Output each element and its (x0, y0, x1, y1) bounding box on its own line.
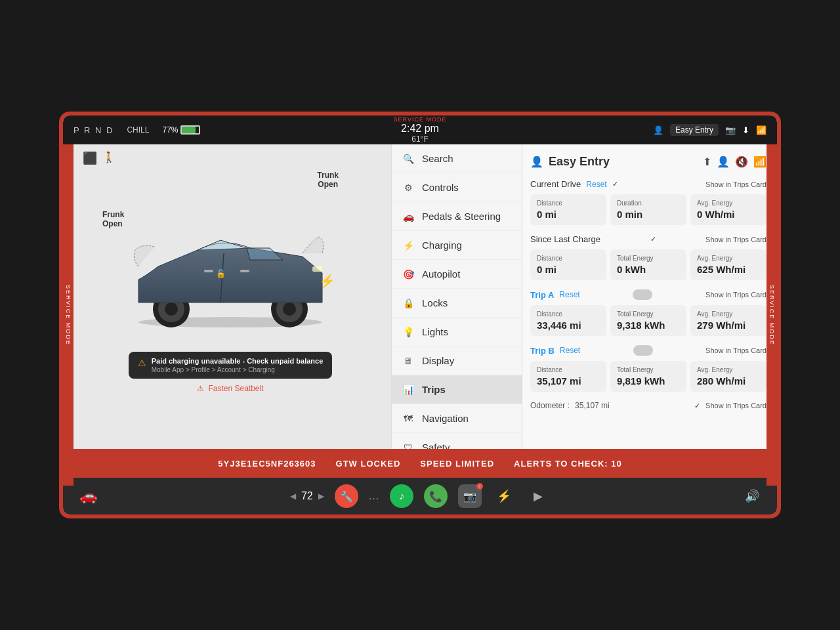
controls-icon: ⚙ (402, 182, 414, 193)
taskbar: 🚗 ◀ 72 ▶ 🔧 ... ♪ 📞 📷 ! ⚡ ▶ 🔊 (63, 478, 777, 514)
stat-card: Distance 35,107 mi (530, 361, 606, 392)
menu-item-lights[interactable]: 💡 Lights (392, 318, 522, 346)
stat-label: Total Energy (617, 366, 680, 373)
warning-icon: ⚠ (138, 358, 146, 368)
stat-value: 0 Wh/mi (697, 209, 760, 220)
menu-item-display[interactable]: 🖥 Display (392, 346, 522, 375)
stat-card: Avg. Energy 625 Wh/mi (690, 249, 766, 280)
safety-icon: 🛡 (402, 442, 414, 450)
stat-value: 0 mi (537, 209, 600, 220)
temp-up-arrow[interactable]: ▶ (318, 492, 324, 501)
current-drive-header: Current Drive Reset ✓ Show in Trips Card (530, 179, 766, 189)
warning-title: Paid charging unavailable - Check unpaid… (152, 357, 324, 365)
trip-a-toggle[interactable] (633, 289, 652, 300)
car-taskbar-icon[interactable]: 🚗 (76, 484, 100, 508)
stat-card: Duration 0 min (610, 194, 686, 225)
menu-label-lights: Lights (422, 326, 448, 337)
menu-label-trips: Trips (422, 384, 446, 395)
dots-menu[interactable]: ... (369, 490, 379, 502)
media-taskbar-icon[interactable]: ▶ (526, 484, 550, 508)
menu-label-navigation: Navigation (422, 413, 469, 424)
temp-value: 72 (301, 490, 313, 502)
stat-card: Distance 0 mi (530, 249, 606, 280)
stat-value: 0 min (617, 209, 680, 220)
menu-item-safety[interactable]: 🛡 Safety (392, 433, 522, 449)
taskbar-right: 🔊 (740, 484, 764, 508)
notification-dot: ! (476, 483, 483, 490)
detail-icon-2: 👤 (717, 156, 730, 168)
trips-icon: 📊 (402, 385, 414, 395)
trip-a-label: Trip A (530, 290, 554, 300)
trip-b-reset[interactable]: Reset (560, 346, 580, 355)
battery-fill (182, 127, 195, 133)
camera-taskbar-icon[interactable]: 📷 ! (458, 484, 482, 508)
temp-down-arrow[interactable]: ◀ (290, 492, 296, 501)
seatbelt-warning: ⚠ Fasten Seatbelt (197, 384, 263, 393)
taskbar-left: 🚗 (76, 484, 100, 508)
svg-rect-9 (204, 270, 213, 272)
left-panel: ⬛ 🚶 Trunk Open Frunk Open (63, 144, 391, 449)
stat-value: 280 Wh/mi (697, 375, 760, 387)
menu-item-pedals[interactable]: 🚗 Pedals & Steering (392, 202, 522, 231)
menu-item-trips[interactable]: 📊 Trips (392, 375, 522, 404)
status-bar-right: 👤 Easy Entry 📷 ⬇ 📶 (653, 124, 766, 136)
stat-label: Distance (537, 200, 600, 207)
stat-card: Avg. Energy 280 Wh/mi (690, 361, 766, 392)
trip-b-header: Trip B Reset Show in Trips Card (530, 345, 766, 356)
current-drive-label: Current Drive (530, 179, 581, 189)
menu-item-controls[interactable]: ⚙ Controls (392, 173, 522, 202)
bluetooth-taskbar-icon[interactable]: ⚡ (492, 484, 516, 508)
stat-label: Total Energy (617, 310, 680, 318)
autopilot-icon: 🎯 (402, 269, 414, 280)
trip-b-label: Trip B (530, 346, 555, 356)
trip-b-show-trips: Show in Trips Card (705, 346, 766, 354)
trip-a-reset[interactable]: Reset (559, 290, 579, 299)
battery-bar (180, 125, 200, 135)
menu-label-safety: Safety (422, 442, 450, 449)
odometer-value: 35,107 mi (575, 401, 610, 410)
trip-b-section: Trip B Reset Show in Trips Card Distance… (530, 345, 766, 392)
menu-item-navigation[interactable]: 🗺 Navigation (392, 404, 522, 433)
detail-icon-3: 🔇 (735, 156, 748, 168)
seatbelt-icon: ⚠ (197, 384, 204, 393)
warning-sub: Mobile App > Profile > Account > Chargin… (152, 366, 324, 373)
current-drive-checkmark: ✓ (612, 180, 618, 188)
warning-text: Paid charging unavailable - Check unpaid… (152, 357, 324, 373)
stat-card: Avg. Energy 279 Wh/mi (690, 305, 766, 336)
trip-a-section: Trip A Reset Show in Trips Card Distance… (530, 289, 766, 336)
menu-item-charging[interactable]: ⚡ Charging (392, 231, 522, 260)
camera-icon: 📷 (725, 125, 736, 135)
stat-label: Duration (617, 200, 680, 207)
stat-value: 35,107 mi (537, 375, 600, 387)
stat-value: 279 Wh/mi (697, 320, 760, 331)
stat-label: Distance (537, 366, 600, 373)
status-bar-left: P R N D CHILL 77% (74, 125, 200, 135)
trip-a-show-trips: Show in Trips Card (705, 291, 766, 299)
clock: 2:42 pm (401, 123, 439, 135)
wrench-taskbar-icon[interactable]: 🔧 (335, 484, 358, 508)
stat-label: Avg. Energy (697, 366, 760, 373)
svg-rect-8 (312, 266, 322, 272)
trip-b-toggle[interactable] (633, 345, 653, 356)
since-last-charge-header: Since Last Charge ✓ Show in Trips Card (530, 234, 766, 244)
since-last-charge-label: Since Last Charge (530, 234, 600, 244)
service-mode-left-label: SERVICE MODE (63, 144, 74, 486)
menu-item-autopilot[interactable]: 🎯 Autopilot (392, 260, 522, 289)
detail-person-icon: 👤 (530, 156, 543, 168)
battery-pct: 77% (162, 125, 178, 135)
detail-icons: ⬆ 👤 🔇 📶 (703, 156, 766, 168)
phone-taskbar-icon[interactable]: 📞 (424, 484, 448, 508)
charging-icon: ⚡ (402, 240, 414, 251)
odometer-checkmark: ✓ (694, 402, 700, 410)
menu-item-locks[interactable]: 🔒 Locks (392, 289, 522, 318)
easy-entry-badge[interactable]: Easy Entry (670, 124, 719, 136)
stat-card: Distance 0 mi (530, 194, 606, 225)
current-drive-reset[interactable]: Reset (586, 180, 606, 189)
svg-rect-10 (240, 270, 249, 272)
menu-item-search[interactable]: 🔍 Search (392, 144, 522, 173)
stat-card: Avg. Energy 0 Wh/mi (690, 194, 766, 225)
pedals-icon: 🚗 (402, 211, 414, 222)
vin-text: 5YJ3E1EC5NF263603 (218, 459, 316, 469)
spotify-taskbar-icon[interactable]: ♪ (390, 484, 413, 508)
volume-taskbar-icon[interactable]: 🔊 (740, 484, 764, 508)
